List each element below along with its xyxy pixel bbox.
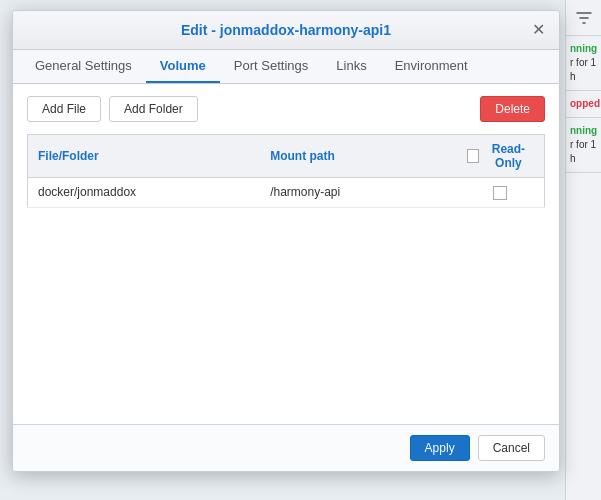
filter-icon[interactable] (566, 0, 601, 36)
col-header-file: File/Folder (28, 135, 261, 178)
volume-table: File/Folder Mount path Read-Only docker/… (27, 134, 545, 208)
tab-port-settings[interactable]: Port Settings (220, 50, 322, 83)
edit-dialog: Edit - jonmaddox-harmony-api1 ✕ General … (12, 10, 560, 472)
cancel-button[interactable]: Cancel (478, 435, 545, 461)
add-folder-button[interactable]: Add Folder (109, 96, 198, 122)
readonly-header-checkbox[interactable] (467, 149, 479, 163)
delete-button[interactable]: Delete (480, 96, 545, 122)
page-wrapper: nning r for 1 h opped nning r for 1 h Ed… (0, 0, 601, 500)
modal-body: Add File Add Folder Delete File/Folder M… (13, 84, 559, 424)
modal-header: Edit - jonmaddox-harmony-api1 ✕ (13, 11, 559, 50)
close-button[interactable]: ✕ (529, 21, 547, 39)
modal-footer: Apply Cancel (13, 424, 559, 471)
apply-button[interactable]: Apply (410, 435, 470, 461)
tab-links[interactable]: Links (322, 50, 380, 83)
table-row: docker/jonmaddox /harmony-api (28, 178, 545, 208)
add-file-button[interactable]: Add File (27, 96, 101, 122)
tab-general-settings[interactable]: General Settings (21, 50, 146, 83)
status-block-1: nning r for 1 h (566, 36, 601, 91)
cell-readonly (457, 178, 545, 208)
cell-file: docker/jonmaddox (28, 178, 261, 208)
col-header-readonly: Read-Only (457, 135, 545, 178)
sidebar-panel: nning r for 1 h opped nning r for 1 h (565, 0, 601, 500)
action-bar: Add File Add Folder Delete (27, 96, 545, 122)
status-block-3: nning r for 1 h (566, 118, 601, 173)
status-block-2: opped (566, 91, 601, 118)
table-header-row: File/Folder Mount path Read-Only (28, 135, 545, 178)
tab-bar: General Settings Volume Port Settings Li… (13, 50, 559, 84)
tab-volume[interactable]: Volume (146, 50, 220, 83)
col-header-mount: Mount path (260, 135, 456, 178)
modal-title: Edit - jonmaddox-harmony-api1 (43, 22, 529, 38)
readonly-checkbox[interactable] (493, 186, 507, 200)
action-bar-left: Add File Add Folder (27, 96, 198, 122)
tab-environment[interactable]: Environment (381, 50, 482, 83)
cell-mount: /harmony-api (260, 178, 456, 208)
